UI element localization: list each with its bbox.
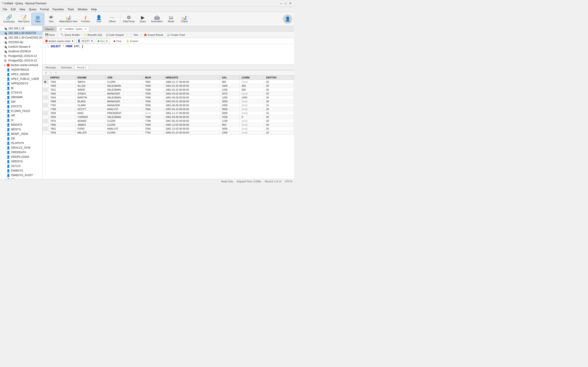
maximize-button[interactable]: □: [284, 2, 288, 5]
minimize-button[interactable]: ─: [279, 2, 283, 5]
sidebar-schema-ctxsys[interactable]: 👤 CTXSYS: [0, 90, 42, 95]
model-button[interactable]: 🗂 Model: [164, 13, 177, 25]
charts-button[interactable]: 📊 Charts: [178, 13, 191, 25]
materialized-view-button[interactable]: 📊 Materialized View: [58, 13, 79, 25]
function-button[interactable]: ƒ Function: [79, 13, 92, 25]
sidebar-schema-ordsys[interactable]: 👤 ORDSYS: [0, 159, 42, 164]
sidebar-schema-hr[interactable]: 👤 HR: [0, 113, 42, 118]
table-row[interactable]: 7934MILLERCLERK77821982-01-23 00:00:0013…: [43, 131, 294, 135]
sidebar-item-conn8[interactable]: 🐘 PostgreSQL-2023-8-12: [0, 58, 42, 63]
col-hiredate[interactable]: HIREDATE: [164, 75, 220, 80]
menu-help[interactable]: Help: [89, 7, 99, 11]
close-tab-icon[interactable]: ✕: [85, 27, 86, 31]
sidebar-schema-ordplugins[interactable]: 👤 ORDPLUGINS: [0, 155, 42, 159]
col-empno[interactable]: EMPNO: [48, 75, 76, 80]
sidebar-schema-dip[interactable]: 👤 DIP: [0, 100, 42, 104]
user-avatar[interactable]: 👤: [283, 15, 292, 24]
sidebar-schema-owbsys-audit[interactable]: 👤 OWBSYS_AUDIT: [0, 173, 42, 177]
export-result-button[interactable]: 📤 Export Result: [142, 33, 164, 37]
table-button[interactable]: ▦ Table: [32, 13, 44, 25]
edit-row-button[interactable]: ✎: [49, 71, 53, 75]
sidebar-schema-mdsys[interactable]: 👤 MDSYS: [0, 127, 42, 132]
text-button[interactable]: 📄 Text: [128, 33, 139, 37]
table-row[interactable]: 7900JAMESCLERK76981981-12-03 00:00:00950…: [43, 123, 294, 127]
sidebar-schema-bi[interactable]: 👤 BI: [0, 86, 42, 90]
menu-favorites[interactable]: Favorites: [51, 7, 66, 11]
sidebar-schema-apexpublicuser[interactable]: 👤 APEX_PUBLIC_USER: [0, 77, 42, 81]
new-query-button[interactable]: 📝 New Query: [17, 13, 31, 25]
sidebar-schema-appqossys[interactable]: 👤 APPQOSSYS: [0, 81, 42, 86]
data-pump-button[interactable]: ⚙ Data Pump: [122, 13, 136, 25]
menu-view[interactable]: View: [17, 7, 27, 11]
menu-query[interactable]: Query: [27, 7, 38, 11]
menu-file[interactable]: File: [1, 7, 9, 11]
table-row[interactable]: 7876ADAMSCLERK77881987-05-23 00:00:00110…: [43, 119, 294, 123]
table-row[interactable]: 7698BLAKEMANAGER78391981-05-01 00:00:002…: [43, 100, 294, 103]
sidebar-schema-oracle-ocm[interactable]: 👤 ORACLE_OCM: [0, 145, 42, 150]
sidebar-schema-owbsys[interactable]: 👤 OWBSYS: [0, 168, 42, 173]
view-button[interactable]: 👁 View: [45, 13, 58, 25]
col-job[interactable]: JOB: [105, 75, 143, 80]
sidebar-item-conn2[interactable]: 🔌 192.168.1.30-2023710: [0, 31, 42, 35]
automation-button[interactable]: 🤖 Automation: [150, 13, 164, 25]
sidebar-schema-apex030200[interactable]: 👤 APEX_030200: [0, 72, 42, 77]
create-chart-button[interactable]: 📊 Create Chart: [165, 33, 186, 37]
user-button[interactable]: 👤 User: [93, 13, 105, 25]
connection-select[interactable]: 🔴 docker-oracle-centc ▼: [44, 39, 75, 43]
col-deptno[interactable]: DEPTNO: [264, 75, 294, 80]
col-sal[interactable]: SAL: [220, 75, 240, 80]
explain-button[interactable]: 💡 Explain: [124, 39, 140, 43]
sidebar-schema-exfsys[interactable]: 👤 EXFSYS: [0, 104, 42, 109]
sidebar-item-conn1[interactable]: 🔌 192.168.1.16: [0, 26, 42, 31]
sidebar-schema-ix[interactable]: 👤 IX: [0, 118, 42, 123]
sql-code-area[interactable]: SELECT * FROM EMP;: [51, 45, 83, 64]
others-button[interactable]: ⋯ Others: [106, 13, 119, 25]
result-tab-message[interactable]: Message: [43, 65, 58, 70]
menu-tools[interactable]: Tools: [66, 7, 76, 11]
table-row[interactable]: 7521WARDSALESMAN76981981-02-22 00:00:001…: [43, 88, 294, 92]
sidebar-schema-mgmt-view[interactable]: 👤 MGMT_VIEW: [0, 132, 42, 136]
sidebar-schema-flows-files[interactable]: 👤 FLOWS_FILES: [0, 109, 42, 113]
table-row[interactable]: 7902FORDANALYST75661981-12-03 00:00:0030…: [43, 127, 294, 131]
table-row[interactable]: 7499ALLENSALESMAN76981981-02-20 00:00:00…: [43, 84, 294, 88]
run-button[interactable]: ▶ Run ▼: [96, 39, 110, 43]
table-row[interactable]: 7839KINGPRESIDENT(Null)1981-11-17 00:00:…: [43, 111, 294, 115]
tab-query[interactable]: 📋 * Untitled - Query ✕: [57, 26, 89, 31]
sidebar-item-conn5[interactable]: 🔌 CentOS-Stream-9: [0, 44, 42, 49]
sidebar-schema-olapsys[interactable]: 👤 OLAPSYS: [0, 141, 42, 145]
sidebar-schema-anonymous[interactable]: 👤 ANONYMOUS: [0, 67, 42, 72]
sidebar-schema-mddata[interactable]: 👤 MDDATA: [0, 123, 42, 127]
connection-button[interactable]: 🔗 Connection: [2, 13, 16, 25]
delete-row-button[interactable]: ✕: [54, 71, 58, 75]
code-snippet-button[interactable]: () Code Snippet: [105, 33, 125, 37]
add-row-button[interactable]: ＋: [44, 71, 48, 75]
sidebar-schema-ordddata[interactable]: 👤 ORDDDATA: [0, 150, 42, 155]
sidebar-schema-pm[interactable]: 👤 PM: [0, 177, 42, 179]
table-row[interactable]: 7566JONESMANAGER78391981-04-02 00:00:002…: [43, 92, 294, 96]
table-row[interactable]: 7654MARTINSALESMAN76981981-09-28 00:00:0…: [43, 96, 294, 100]
col-comm[interactable]: COMM: [240, 75, 264, 80]
menu-window[interactable]: Window: [76, 7, 89, 11]
sidebar-item-conn7[interactable]: 🐘 PostgreSQL-2023-8-12: [0, 54, 42, 58]
table-row[interactable]: 7844TURNERSALESMAN76981981-09-08 00:00:0…: [43, 115, 294, 119]
query-builder-button[interactable]: 🔧 Query Builder: [59, 33, 81, 37]
close-button[interactable]: ✕: [288, 2, 292, 5]
stop-button[interactable]: ⏹ Stop: [112, 39, 123, 43]
col-mgr[interactable]: MGR: [143, 75, 164, 80]
sidebar-item-conn4[interactable]: 🔌 2023326-djc: [0, 40, 42, 44]
table-row[interactable]: ▶7369SMITHCLERK79021980-12-17 00:00:0080…: [43, 80, 294, 84]
sidebar-item-docker[interactable]: ▼ 🔴 docker-oracle-centos9: [0, 63, 42, 67]
save-button[interactable]: 💾 Save: [44, 33, 56, 37]
query-button[interactable]: ▶ Query: [137, 13, 149, 25]
result-table-container[interactable]: EMPNO ENAME JOB MGR HIREDATE SAL COMM DE…: [43, 75, 294, 179]
table-row[interactable]: 7788SCOTTANALYST75661987-04-19 00:00:003…: [43, 107, 294, 111]
table-row[interactable]: 7782CLARKMANAGER78391981-06-09 00:00:002…: [43, 103, 294, 107]
sidebar-schema-dbsnmp[interactable]: 👤 DBSNMP: [0, 95, 42, 100]
result-tab-summary[interactable]: Summary: [59, 65, 74, 70]
sidebar-item-conn6[interactable]: 🔌 localhost-2023619: [0, 49, 42, 54]
sidebar-schema-oe[interactable]: 👤 OE: [0, 136, 42, 141]
menu-format[interactable]: Format: [38, 7, 51, 11]
schema-select[interactable]: 👤 SCOTT ▼: [76, 39, 94, 43]
result-tab-result1[interactable]: Result 1: [75, 65, 89, 70]
sidebar-item-conn3[interactable]: 🔌 192.168.1.30-CentOS02-20237: [0, 35, 42, 40]
